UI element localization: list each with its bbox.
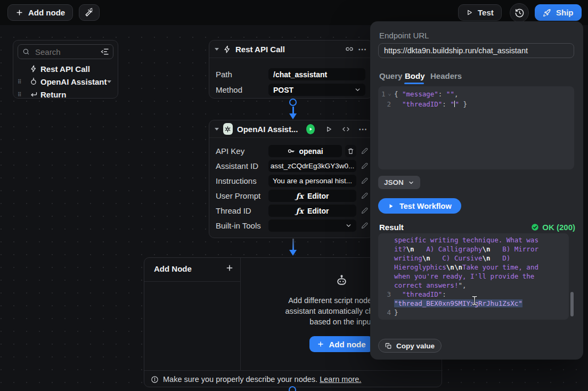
run-node-button[interactable] <box>306 124 315 134</box>
plus-icon <box>317 340 324 348</box>
connector-arrow-icon <box>289 250 297 256</box>
palette-item-rest-api-call[interactable]: Rest API Call <box>13 62 118 75</box>
magic-wand-icon <box>85 8 94 17</box>
plus-icon <box>15 9 23 17</box>
api-key-row: API Key openai <box>209 145 372 157</box>
edit-assistant-id-button[interactable] <box>359 160 370 172</box>
tab-body[interactable]: Body <box>405 71 425 80</box>
code-line: correct answers!", <box>378 281 569 290</box>
openai-assistant-node[interactable]: OpenAI Assist... ⋯ API Key openai <box>209 120 373 238</box>
code-icon[interactable] <box>342 125 350 133</box>
collapse-node-icon[interactable] <box>215 48 219 51</box>
drag-handle-icon[interactable]: ⠿ <box>18 93 23 96</box>
test-button[interactable]: Test <box>458 4 502 21</box>
edit-instructions-button[interactable] <box>359 175 370 187</box>
collapse-list-icon[interactable] <box>101 47 109 56</box>
request-body-editor[interactable]: 1 ˅{ "message": "",2 "threadID": "" } <box>378 86 574 169</box>
code-line: Hieroglyphics\n\nTake your time, and <box>378 263 569 272</box>
connector-line <box>292 239 294 250</box>
built-in-tools-row: Built-in Tools <box>209 219 372 232</box>
edit-api-key-button[interactable] <box>359 145 370 157</box>
search-icon <box>22 48 30 55</box>
key-icon <box>287 147 295 155</box>
code-line: 2 "threadID": "" } <box>378 100 574 109</box>
palette-item-openai-assistant[interactable]: ⠿ OpenAI Assistant <box>13 75 118 88</box>
add-node-branch-button[interactable]: Add node <box>309 336 373 352</box>
divider <box>144 281 240 282</box>
ship-button[interactable]: Ship <box>535 4 582 21</box>
thread-id-editor-field[interactable]: ƒx Editor <box>268 205 356 217</box>
format-select[interactable]: JSON <box>378 176 420 189</box>
built-in-tools-select[interactable] <box>268 219 356 232</box>
assistant-id-row: Assistant ID asst_zCQdrEg3kGY3w0... <box>209 160 372 172</box>
tab-query[interactable]: Query <box>379 71 402 80</box>
result-output[interactable]: specific writing technique. What was it?… <box>378 233 569 320</box>
play-outline-icon[interactable] <box>325 126 332 133</box>
play-icon <box>388 203 394 209</box>
endpoint-url-input[interactable] <box>378 43 574 58</box>
plus-icon[interactable] <box>225 264 234 272</box>
code-line: "thread_BEX0xn9SMIYxgRrJhu1ZsXc" <box>378 299 569 308</box>
node-header: Rest API Call ⋯ <box>209 40 372 58</box>
test-label: Test <box>478 8 494 17</box>
code-line: it?\n A) Calligraphy\n B) Mirror <box>378 245 569 254</box>
more-menu-icon[interactable]: ⋯ <box>358 124 367 134</box>
field-label: Built-in Tools <box>216 221 261 230</box>
connector-port[interactable] <box>289 99 297 106</box>
connector-port[interactable] <box>289 386 296 391</box>
tab-headers[interactable]: Headers <box>430 71 462 80</box>
divider <box>144 370 443 371</box>
edit-built-in-tools-button[interactable] <box>359 219 370 232</box>
code-line: specific writing technique. What was <box>378 235 569 245</box>
copy-value-button[interactable]: Copy value <box>378 339 442 353</box>
field-label: Thread ID <box>216 206 251 215</box>
link-icon[interactable] <box>345 45 354 53</box>
play-icon <box>466 9 473 16</box>
field-label: Path <box>216 70 232 79</box>
connector-arrow-icon <box>289 113 297 119</box>
code-line: 4} <box>378 308 569 317</box>
node-title: Rest API Call <box>235 45 285 54</box>
chevron-down-icon <box>408 180 414 186</box>
history-button[interactable] <box>510 3 529 22</box>
field-label: Assistant ID <box>216 161 258 170</box>
rest-api-call-node[interactable]: Rest API Call ⋯ Path /chat_assistant Met… <box>209 40 373 99</box>
drag-handle-icon[interactable]: ⠿ <box>18 80 23 83</box>
edit-thread-id-button[interactable] <box>359 205 370 217</box>
robot-icon <box>335 274 348 288</box>
assistant-id-field[interactable]: asst_zCQdrEg3kGY3w0... <box>268 160 356 172</box>
edit-user-prompt-button[interactable] <box>359 190 370 202</box>
active-tab-underline <box>404 83 424 84</box>
field-label: Method <box>216 85 242 94</box>
more-menu-icon[interactable]: ⋯ <box>358 44 367 54</box>
api-key-field[interactable]: openai <box>268 145 342 157</box>
code-line: 3 "threadID": <box>378 290 569 299</box>
instructions-field[interactable]: You are a personal hist... <box>268 175 356 187</box>
notice-bar: Make sure you properly describe your nod… <box>151 375 361 384</box>
path-row: Path /chat_assistant <box>209 68 372 80</box>
history-icon <box>514 8 525 18</box>
result-scrollbar[interactable] <box>570 292 574 316</box>
method-select[interactable]: POST <box>268 84 365 96</box>
add-node-button[interactable]: Add node <box>7 4 73 21</box>
search-input[interactable] <box>30 45 88 58</box>
field-label: API Key <box>216 146 244 156</box>
chevron-down-icon[interactable] <box>107 80 111 83</box>
test-workflow-button[interactable]: Test Workflow <box>378 198 461 214</box>
path-input[interactable]: /chat_assistant <box>268 68 365 80</box>
result-status: OK (200) <box>531 223 575 232</box>
node-palette: Rest API Call ⠿ OpenAI Assistant ⠿ Retur… <box>13 40 118 99</box>
code-line: when you're ready, I'll provide the <box>378 272 569 281</box>
learn-more-link[interactable]: Learn more. <box>320 375 361 384</box>
fx-icon: ƒx <box>296 192 304 200</box>
field-label: Instructions <box>216 176 257 185</box>
collapse-node-icon[interactable] <box>215 128 219 131</box>
result-label: Result <box>379 223 404 232</box>
delete-key-button[interactable] <box>345 145 356 157</box>
user-prompt-editor-field[interactable]: ƒx Editor <box>268 190 356 202</box>
instructions-row: Instructions You are a personal hist... <box>209 175 372 187</box>
ai-wand-button[interactable] <box>79 4 100 21</box>
palette-item-return[interactable]: ⠿ Return <box>13 88 118 101</box>
search-box[interactable] <box>18 44 113 59</box>
add-node-label: Add node <box>28 8 65 17</box>
